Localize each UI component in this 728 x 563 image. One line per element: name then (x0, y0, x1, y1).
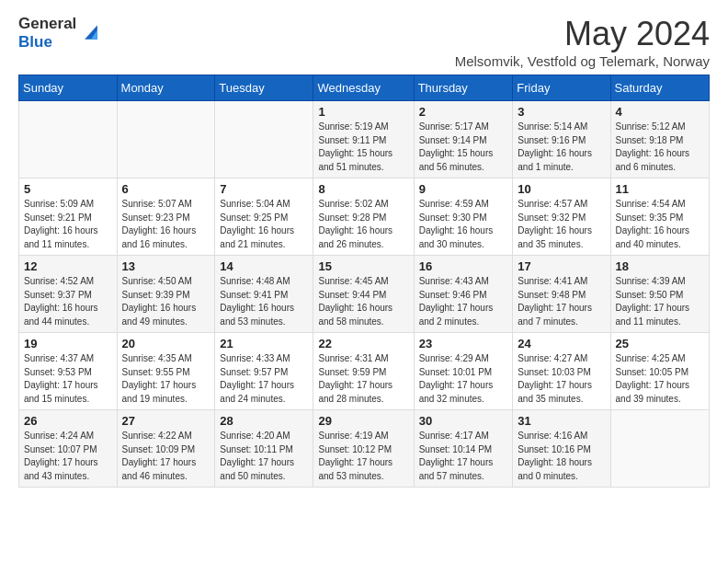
day-info: Sunrise: 4:43 AM Sunset: 9:46 PM Dayligh… (419, 275, 508, 328)
calendar-week-row: 5Sunrise: 5:09 AM Sunset: 9:21 PM Daylig… (19, 178, 710, 256)
day-info: Sunrise: 4:41 AM Sunset: 9:48 PM Dayligh… (518, 275, 605, 328)
day-info: Sunrise: 5:14 AM Sunset: 9:16 PM Dayligh… (518, 121, 605, 174)
table-row: 21Sunrise: 4:33 AM Sunset: 9:57 PM Dayli… (215, 333, 313, 410)
calendar-week-row: 26Sunrise: 4:24 AM Sunset: 10:07 PM Dayl… (19, 410, 710, 488)
header-saturday: Saturday (610, 75, 709, 101)
weekday-header-row: Sunday Monday Tuesday Wednesday Thursday… (19, 75, 710, 101)
table-row: 6Sunrise: 5:07 AM Sunset: 9:23 PM Daylig… (117, 178, 215, 256)
day-number: 27 (122, 414, 210, 428)
day-number: 23 (419, 337, 508, 350)
table-row: 7Sunrise: 5:04 AM Sunset: 9:25 PM Daylig… (215, 178, 313, 256)
day-number: 26 (24, 414, 112, 428)
day-number: 30 (419, 414, 508, 428)
day-number: 17 (518, 259, 605, 273)
table-row: 4Sunrise: 5:12 AM Sunset: 9:18 PM Daylig… (610, 101, 709, 178)
day-info: Sunrise: 4:35 AM Sunset: 9:55 PM Dayligh… (122, 352, 210, 406)
day-number: 6 (122, 182, 210, 196)
table-row (117, 101, 215, 178)
table-row: 30Sunrise: 4:17 AM Sunset: 10:14 PM Dayl… (414, 410, 513, 488)
day-number: 2 (419, 105, 508, 119)
logo-blue: Blue (18, 33, 76, 52)
day-number: 4 (616, 105, 704, 119)
logo-text: General Blue (18, 15, 76, 52)
table-row: 17Sunrise: 4:41 AM Sunset: 9:48 PM Dayli… (513, 256, 610, 333)
table-row: 23Sunrise: 4:29 AM Sunset: 10:01 PM Dayl… (414, 333, 513, 410)
table-row: 8Sunrise: 5:02 AM Sunset: 9:28 PM Daylig… (313, 178, 414, 256)
day-number: 31 (518, 414, 605, 428)
table-row: 12Sunrise: 4:52 AM Sunset: 9:37 PM Dayli… (19, 256, 118, 333)
day-info: Sunrise: 4:59 AM Sunset: 9:30 PM Dayligh… (419, 198, 508, 251)
day-info: Sunrise: 4:37 AM Sunset: 9:53 PM Dayligh… (24, 352, 112, 406)
day-info: Sunrise: 4:45 AM Sunset: 9:44 PM Dayligh… (318, 275, 408, 328)
table-row: 14Sunrise: 4:48 AM Sunset: 9:41 PM Dayli… (215, 256, 313, 333)
month-title: May 2024 (455, 15, 710, 53)
table-row: 19Sunrise: 4:37 AM Sunset: 9:53 PM Dayli… (19, 333, 118, 410)
day-number: 10 (518, 182, 605, 196)
table-row: 29Sunrise: 4:19 AM Sunset: 10:12 PM Dayl… (313, 410, 414, 488)
day-number: 13 (122, 259, 210, 273)
day-number: 3 (518, 105, 605, 119)
table-row: 28Sunrise: 4:20 AM Sunset: 10:11 PM Dayl… (215, 410, 313, 488)
day-info: Sunrise: 4:22 AM Sunset: 10:09 PM Daylig… (122, 430, 210, 483)
calendar-table: Sunday Monday Tuesday Wednesday Thursday… (18, 75, 710, 488)
table-row: 9Sunrise: 4:59 AM Sunset: 9:30 PM Daylig… (414, 178, 513, 256)
header-wednesday: Wednesday (313, 75, 414, 101)
table-row: 13Sunrise: 4:50 AM Sunset: 9:39 PM Dayli… (117, 256, 215, 333)
table-row: 24Sunrise: 4:27 AM Sunset: 10:03 PM Dayl… (513, 333, 610, 410)
table-row: 11Sunrise: 4:54 AM Sunset: 9:35 PM Dayli… (610, 178, 709, 256)
day-info: Sunrise: 4:39 AM Sunset: 9:50 PM Dayligh… (616, 275, 704, 328)
day-info: Sunrise: 5:04 AM Sunset: 9:25 PM Dayligh… (220, 198, 308, 251)
day-number: 11 (616, 182, 704, 196)
table-row: 27Sunrise: 4:22 AM Sunset: 10:09 PM Dayl… (117, 410, 215, 488)
day-number: 19 (24, 337, 112, 350)
header-tuesday: Tuesday (215, 75, 313, 101)
day-info: Sunrise: 4:17 AM Sunset: 10:14 PM Daylig… (419, 430, 508, 483)
table-row: 15Sunrise: 4:45 AM Sunset: 9:44 PM Dayli… (313, 256, 414, 333)
day-info: Sunrise: 4:27 AM Sunset: 10:03 PM Daylig… (518, 352, 605, 406)
logo-general: General (18, 15, 76, 33)
day-number: 24 (518, 337, 605, 350)
day-number: 5 (24, 182, 112, 196)
header-sunday: Sunday (19, 75, 118, 101)
table-row: 3Sunrise: 5:14 AM Sunset: 9:16 PM Daylig… (513, 101, 610, 178)
day-info: Sunrise: 4:16 AM Sunset: 10:16 PM Daylig… (518, 430, 605, 483)
calendar-week-row: 12Sunrise: 4:52 AM Sunset: 9:37 PM Dayli… (19, 256, 710, 333)
day-info: Sunrise: 4:25 AM Sunset: 10:05 PM Daylig… (616, 352, 704, 406)
table-row: 22Sunrise: 4:31 AM Sunset: 9:59 PM Dayli… (313, 333, 414, 410)
header: General Blue May 2024 Melsomvik, Vestfol… (18, 15, 710, 69)
day-number: 15 (318, 259, 408, 273)
logo: General Blue (18, 15, 102, 52)
day-number: 9 (419, 182, 508, 196)
day-number: 7 (220, 182, 308, 196)
table-row: 5Sunrise: 5:09 AM Sunset: 9:21 PM Daylig… (19, 178, 118, 256)
logo-triangle-icon (80, 22, 102, 44)
table-row (215, 101, 313, 178)
day-info: Sunrise: 4:19 AM Sunset: 10:12 PM Daylig… (318, 430, 408, 483)
header-friday: Friday (513, 75, 610, 101)
table-row (19, 101, 118, 178)
table-row (610, 410, 709, 488)
day-info: Sunrise: 4:57 AM Sunset: 9:32 PM Dayligh… (518, 198, 605, 251)
title-block: May 2024 Melsomvik, Vestfold og Telemark… (455, 15, 710, 69)
table-row: 16Sunrise: 4:43 AM Sunset: 9:46 PM Dayli… (414, 256, 513, 333)
day-info: Sunrise: 4:52 AM Sunset: 9:37 PM Dayligh… (24, 275, 112, 328)
day-number: 22 (318, 337, 408, 350)
table-row: 26Sunrise: 4:24 AM Sunset: 10:07 PM Dayl… (19, 410, 118, 488)
day-info: Sunrise: 4:20 AM Sunset: 10:11 PM Daylig… (220, 430, 308, 483)
day-info: Sunrise: 4:29 AM Sunset: 10:01 PM Daylig… (419, 352, 508, 406)
table-row: 10Sunrise: 4:57 AM Sunset: 9:32 PM Dayli… (513, 178, 610, 256)
day-number: 28 (220, 414, 308, 428)
header-monday: Monday (117, 75, 215, 101)
day-info: Sunrise: 5:19 AM Sunset: 9:11 PM Dayligh… (318, 121, 408, 174)
day-info: Sunrise: 5:02 AM Sunset: 9:28 PM Dayligh… (318, 198, 408, 251)
table-row: 2Sunrise: 5:17 AM Sunset: 9:14 PM Daylig… (414, 101, 513, 178)
table-row: 25Sunrise: 4:25 AM Sunset: 10:05 PM Dayl… (610, 333, 709, 410)
page: General Blue May 2024 Melsomvik, Vestfol… (0, 0, 728, 502)
day-info: Sunrise: 4:33 AM Sunset: 9:57 PM Dayligh… (220, 352, 308, 406)
day-info: Sunrise: 5:12 AM Sunset: 9:18 PM Dayligh… (616, 121, 704, 174)
day-number: 18 (616, 259, 704, 273)
day-number: 20 (122, 337, 210, 350)
header-thursday: Thursday (414, 75, 513, 101)
table-row: 20Sunrise: 4:35 AM Sunset: 9:55 PM Dayli… (117, 333, 215, 410)
calendar-week-row: 19Sunrise: 4:37 AM Sunset: 9:53 PM Dayli… (19, 333, 710, 410)
